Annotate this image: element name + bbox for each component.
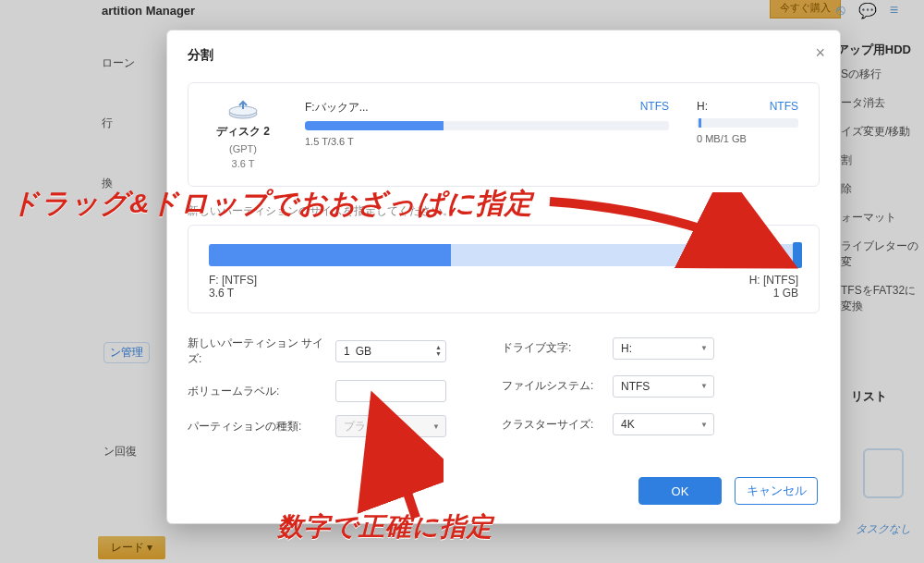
disk-name: ディスク 2 (216, 124, 270, 140)
disk-overview-panel: ディスク 2 (GPT) 3.6 T F:バックア... NTFS 1.5 T/… (188, 82, 820, 187)
split-handle[interactable] (793, 242, 802, 268)
partition-h-label: H: (697, 100, 708, 113)
ok-button[interactable]: OK (638, 477, 722, 505)
partition-h-usage: 0 MB/1 GB (697, 133, 798, 144)
partition-f-usage: 1.5 T/3.6 T (305, 136, 669, 147)
chevron-down-icon: ▼ (432, 422, 440, 431)
partition-f-fs: NTFS (640, 100, 669, 116)
close-icon[interactable]: × (815, 43, 825, 63)
partition-f-label: F:バックア... (305, 100, 369, 116)
size-label: 新しいパーティション サイズ: (188, 336, 335, 367)
type-select: プライ...▼ (335, 415, 446, 437)
cluster-label: クラスターサイズ: (502, 417, 613, 433)
type-label: パーティションの種類: (188, 419, 335, 434)
chevron-down-icon[interactable]: ▼ (700, 344, 708, 352)
chevron-down-icon[interactable]: ▼ (700, 421, 708, 429)
drive-label: ドライブ文字: (502, 340, 613, 356)
partition-h-bar: H: NTFS 0 MB/1 GB (697, 100, 798, 144)
partition-f-bar: F:バックア... NTFS 1.5 T/3.6 T (305, 100, 669, 147)
partition-h-fs: NTFS (770, 100, 798, 113)
size-stepper[interactable]: 1GB ▲▼ (335, 340, 446, 362)
split-right-label: H: [NTFS] 1 GB (749, 274, 798, 300)
form-area: 新しいパーティション サイズ: 1GB ▲▼ ボリュームラベル: パーティション… (188, 336, 820, 437)
dialog-title: 分割 (188, 47, 820, 64)
cluster-select[interactable]: 4K▼ (613, 413, 714, 435)
spinner-icon[interactable]: ▲▼ (435, 344, 442, 357)
split-left-label: F: [NTFS] 3.6 T (209, 274, 257, 300)
chevron-down-icon[interactable]: ▼ (700, 382, 708, 390)
disk-style: (GPT) (229, 143, 257, 154)
disk-size: 3.6 T (232, 158, 255, 169)
disk-info: ディスク 2 (GPT) 3.6 T (209, 100, 277, 169)
cancel-button[interactable]: キャンセル (735, 477, 818, 505)
volume-label: ボリュームラベル: (188, 384, 335, 399)
split-adjust-panel: F: [NTFS] 3.6 T H: [NTFS] 1 GB (188, 225, 820, 313)
drive-select[interactable]: H:▼ (613, 337, 714, 360)
split-slider[interactable] (209, 244, 798, 266)
instruction-text: 新しいパーティションのサイズを指定してください。 (188, 203, 820, 219)
form-right-col: ドライブ文字: H:▼ ファイルシステム: NTFS▼ クラスターサイズ: 4K… (502, 336, 714, 437)
volume-input[interactable] (335, 380, 446, 402)
fs-label: ファイルシステム: (502, 378, 613, 394)
fs-select[interactable]: NTFS▼ (613, 375, 714, 398)
disk-icon (226, 100, 260, 120)
form-left-col: 新しいパーティション サイズ: 1GB ▲▼ ボリュームラベル: パーティション… (188, 336, 446, 437)
split-dialog: 分割 × ディスク 2 (GPT) 3.6 T F:バックア... NTFS 1… (166, 30, 841, 524)
